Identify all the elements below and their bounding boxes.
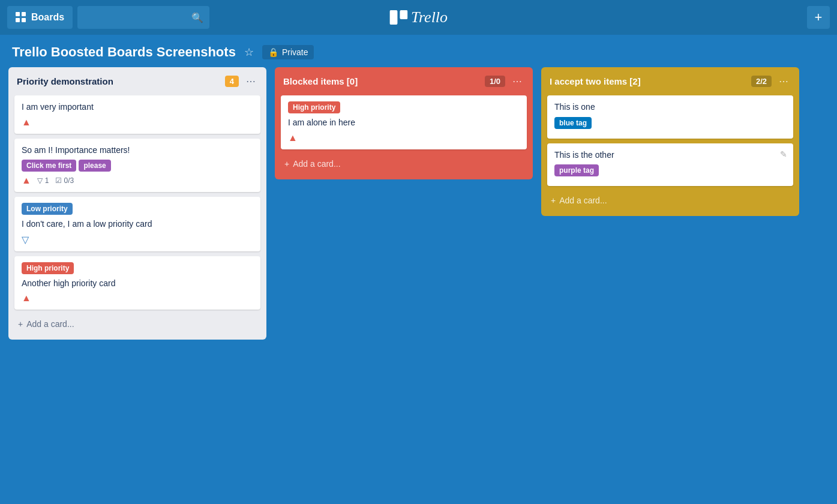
label-high-priority-4: High priority	[22, 262, 74, 274]
list-header-blocked: Blocked items [0] 1/0 ⋯	[281, 73, 527, 89]
card-title-3: I don't care, I am a low priority card	[22, 218, 253, 230]
checklist-value: 0/3	[64, 176, 74, 185]
label-low-priority: Low priority	[22, 203, 73, 215]
add-card-label-accept: Add a card...	[559, 196, 607, 205]
checklist-count: ☑ 0/3	[55, 176, 74, 185]
search-icon: 🔍	[191, 12, 203, 23]
privacy-badge: 🔒 Private	[262, 45, 314, 59]
warning-icon-2: ▲	[22, 175, 31, 186]
card-meta-2: ▲ ▽ 1 ☑ 0/3	[22, 175, 253, 186]
list-blocked: Blocked items [0] 1/0 ⋯ High priority I …	[275, 67, 533, 179]
search-bar: 🔍	[77, 6, 209, 29]
list-priority: Priority demonstration 4 ⋯ I am very imp…	[8, 67, 266, 340]
board-header: Trello Boosted Boards Screenshots ☆ 🔒 Pr…	[0, 35, 837, 67]
card-labels-3: Low priority	[22, 203, 253, 215]
grid-icon	[16, 12, 26, 23]
boards-label: Boards	[31, 12, 64, 23]
list-menu-accept[interactable]: ⋯	[776, 74, 791, 88]
boards-button[interactable]: Boards	[7, 6, 73, 29]
card-this-is-one[interactable]: This is one blue tag	[547, 95, 793, 139]
list-menu-priority[interactable]: ⋯	[244, 74, 258, 88]
card-alone[interactable]: High priority I am alone in here ▲	[281, 95, 527, 149]
card-labels-4: High priority	[22, 262, 253, 274]
list-title-blocked: Blocked items [0]	[283, 76, 485, 86]
card-meta-1: ▲	[22, 117, 253, 128]
trello-wordmark: Trello	[411, 8, 448, 26]
plus-icon-accept: +	[551, 196, 556, 205]
label-blue-tag: blue tag	[554, 117, 592, 129]
card-meta-3: ▽	[22, 234, 253, 245]
card-high-priority[interactable]: High priority Another high priority card…	[14, 256, 260, 310]
warning-icon-4: ▲	[22, 293, 31, 304]
trello-logo-icon	[389, 10, 407, 25]
card-title-2: So am I! Importance matters!	[22, 145, 253, 157]
comment-value: 1	[45, 176, 49, 185]
add-card-label-priority: Add a card...	[26, 319, 74, 329]
svg-rect-0	[16, 12, 20, 16]
checklist-icon: ☑	[55, 176, 62, 185]
card-very-important[interactable]: I am very important ▲	[14, 95, 260, 134]
card-labels-7: purple tag	[554, 164, 786, 176]
add-card-accept[interactable]: + Add a card...	[547, 191, 793, 210]
board-title: Trello Boosted Boards Screenshots	[12, 44, 236, 60]
list-header-accept: I accept two items [2] 2/2 ⋯	[547, 73, 793, 89]
comment-count: ▽ 1	[37, 176, 49, 185]
card-importance-matters[interactable]: So am I! Importance matters! Click me fi…	[14, 139, 260, 193]
card-labels-2: Click me first please	[22, 160, 253, 172]
svg-rect-4	[389, 10, 397, 25]
top-nav: Boards 🔍 Trello +	[0, 0, 837, 35]
comment-icon: ▽	[37, 176, 43, 185]
trello-logo: Trello	[389, 8, 448, 26]
label-purple-tag: purple tag	[554, 164, 599, 176]
card-title-5: I am alone in here	[288, 117, 520, 129]
svg-rect-3	[22, 18, 26, 22]
down-arrow-icon: ▽	[22, 234, 29, 245]
add-card-blocked[interactable]: + Add a card...	[281, 154, 527, 173]
privacy-label: Private	[282, 47, 308, 57]
svg-rect-2	[16, 18, 20, 22]
list-count-accept: 2/2	[751, 76, 772, 87]
card-labels-5: High priority	[288, 101, 520, 113]
card-meta-5: ▲	[288, 133, 520, 143]
add-button[interactable]: +	[807, 6, 830, 29]
plus-icon-blocked: +	[284, 159, 289, 169]
card-meta-4: ▲	[22, 293, 253, 304]
list-title-accept: I accept two items [2]	[550, 76, 751, 86]
lock-icon: 🔒	[268, 47, 278, 57]
label-please: please	[79, 160, 110, 172]
card-low-priority[interactable]: Low priority I don't care, I am a low pr…	[14, 197, 260, 251]
list-accept: I accept two items [2] 2/2 ⋯ This is one…	[541, 67, 799, 216]
star-icon[interactable]: ☆	[244, 46, 254, 59]
label-high-priority-5: High priority	[288, 101, 340, 113]
list-header-priority: Priority demonstration 4 ⋯	[14, 73, 260, 89]
warning-icon-1: ▲	[22, 117, 31, 128]
svg-rect-5	[400, 10, 407, 19]
warning-icon-5: ▲	[288, 133, 298, 143]
search-input[interactable]	[83, 13, 191, 22]
add-card-priority[interactable]: + Add a card...	[14, 314, 260, 334]
label-click-me: Click me first	[22, 160, 76, 172]
card-title-6: This is one	[554, 101, 786, 113]
plus-icon-priority: +	[18, 319, 23, 329]
card-title-1: I am very important	[22, 101, 253, 113]
card-this-is-other[interactable]: This is the other purple tag ✎	[547, 143, 793, 187]
list-count-blocked: 1/0	[485, 76, 505, 87]
add-card-label-blocked: Add a card...	[293, 159, 340, 169]
card-labels-6: blue tag	[554, 117, 786, 129]
card-title-7: This is the other	[554, 149, 786, 161]
list-menu-blocked[interactable]: ⋯	[510, 74, 524, 88]
list-title-priority: Priority demonstration	[17, 76, 225, 86]
board-content: Priority demonstration 4 ⋯ I am very imp…	[0, 67, 837, 340]
svg-rect-1	[22, 12, 26, 16]
list-count-priority: 4	[225, 76, 239, 87]
card-title-4: Another high priority card	[22, 278, 253, 290]
edit-icon-7[interactable]: ✎	[780, 149, 787, 159]
